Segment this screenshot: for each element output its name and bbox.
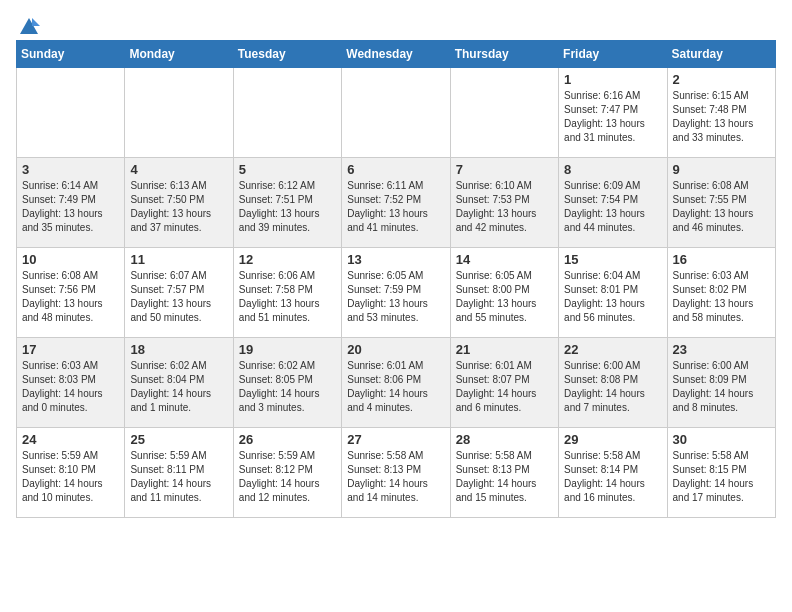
day-info: Sunrise: 6:07 AM Sunset: 7:57 PM Dayligh… bbox=[130, 269, 227, 325]
day-cell: 21Sunrise: 6:01 AM Sunset: 8:07 PM Dayli… bbox=[450, 338, 558, 428]
day-number: 6 bbox=[347, 162, 444, 177]
day-number: 22 bbox=[564, 342, 661, 357]
day-cell: 23Sunrise: 6:00 AM Sunset: 8:09 PM Dayli… bbox=[667, 338, 775, 428]
day-number: 18 bbox=[130, 342, 227, 357]
day-number: 26 bbox=[239, 432, 336, 447]
day-info: Sunrise: 6:15 AM Sunset: 7:48 PM Dayligh… bbox=[673, 89, 770, 145]
day-info: Sunrise: 6:04 AM Sunset: 8:01 PM Dayligh… bbox=[564, 269, 661, 325]
day-cell: 28Sunrise: 5:58 AM Sunset: 8:13 PM Dayli… bbox=[450, 428, 558, 518]
day-number: 17 bbox=[22, 342, 119, 357]
day-cell: 29Sunrise: 5:58 AM Sunset: 8:14 PM Dayli… bbox=[559, 428, 667, 518]
day-number: 14 bbox=[456, 252, 553, 267]
day-cell: 9Sunrise: 6:08 AM Sunset: 7:55 PM Daylig… bbox=[667, 158, 775, 248]
day-number: 11 bbox=[130, 252, 227, 267]
day-number: 7 bbox=[456, 162, 553, 177]
logo-icon bbox=[18, 16, 40, 38]
day-cell: 30Sunrise: 5:58 AM Sunset: 8:15 PM Dayli… bbox=[667, 428, 775, 518]
day-number: 27 bbox=[347, 432, 444, 447]
day-cell: 11Sunrise: 6:07 AM Sunset: 7:57 PM Dayli… bbox=[125, 248, 233, 338]
day-info: Sunrise: 6:01 AM Sunset: 8:07 PM Dayligh… bbox=[456, 359, 553, 415]
day-number: 3 bbox=[22, 162, 119, 177]
day-cell: 1Sunrise: 6:16 AM Sunset: 7:47 PM Daylig… bbox=[559, 68, 667, 158]
day-cell: 8Sunrise: 6:09 AM Sunset: 7:54 PM Daylig… bbox=[559, 158, 667, 248]
day-info: Sunrise: 5:58 AM Sunset: 8:14 PM Dayligh… bbox=[564, 449, 661, 505]
day-cell: 17Sunrise: 6:03 AM Sunset: 8:03 PM Dayli… bbox=[17, 338, 125, 428]
day-number: 23 bbox=[673, 342, 770, 357]
day-info: Sunrise: 6:00 AM Sunset: 8:08 PM Dayligh… bbox=[564, 359, 661, 415]
col-header-monday: Monday bbox=[125, 41, 233, 68]
day-number: 2 bbox=[673, 72, 770, 87]
day-info: Sunrise: 6:03 AM Sunset: 8:03 PM Dayligh… bbox=[22, 359, 119, 415]
day-cell bbox=[125, 68, 233, 158]
day-cell: 15Sunrise: 6:04 AM Sunset: 8:01 PM Dayli… bbox=[559, 248, 667, 338]
day-cell: 27Sunrise: 5:58 AM Sunset: 8:13 PM Dayli… bbox=[342, 428, 450, 518]
day-number: 19 bbox=[239, 342, 336, 357]
col-header-wednesday: Wednesday bbox=[342, 41, 450, 68]
day-info: Sunrise: 6:05 AM Sunset: 7:59 PM Dayligh… bbox=[347, 269, 444, 325]
day-info: Sunrise: 6:06 AM Sunset: 7:58 PM Dayligh… bbox=[239, 269, 336, 325]
day-cell: 18Sunrise: 6:02 AM Sunset: 8:04 PM Dayli… bbox=[125, 338, 233, 428]
day-info: Sunrise: 6:11 AM Sunset: 7:52 PM Dayligh… bbox=[347, 179, 444, 235]
day-number: 24 bbox=[22, 432, 119, 447]
day-cell: 2Sunrise: 6:15 AM Sunset: 7:48 PM Daylig… bbox=[667, 68, 775, 158]
day-info: Sunrise: 5:58 AM Sunset: 8:13 PM Dayligh… bbox=[456, 449, 553, 505]
day-cell: 10Sunrise: 6:08 AM Sunset: 7:56 PM Dayli… bbox=[17, 248, 125, 338]
day-number: 4 bbox=[130, 162, 227, 177]
day-cell: 16Sunrise: 6:03 AM Sunset: 8:02 PM Dayli… bbox=[667, 248, 775, 338]
day-info: Sunrise: 6:10 AM Sunset: 7:53 PM Dayligh… bbox=[456, 179, 553, 235]
day-cell: 5Sunrise: 6:12 AM Sunset: 7:51 PM Daylig… bbox=[233, 158, 341, 248]
day-info: Sunrise: 5:58 AM Sunset: 8:13 PM Dayligh… bbox=[347, 449, 444, 505]
day-number: 16 bbox=[673, 252, 770, 267]
day-cell bbox=[450, 68, 558, 158]
day-info: Sunrise: 6:13 AM Sunset: 7:50 PM Dayligh… bbox=[130, 179, 227, 235]
day-cell bbox=[233, 68, 341, 158]
week-row-1: 1Sunrise: 6:16 AM Sunset: 7:47 PM Daylig… bbox=[17, 68, 776, 158]
day-number: 30 bbox=[673, 432, 770, 447]
day-info: Sunrise: 6:05 AM Sunset: 8:00 PM Dayligh… bbox=[456, 269, 553, 325]
day-cell: 7Sunrise: 6:10 AM Sunset: 7:53 PM Daylig… bbox=[450, 158, 558, 248]
day-info: Sunrise: 6:08 AM Sunset: 7:55 PM Dayligh… bbox=[673, 179, 770, 235]
day-number: 5 bbox=[239, 162, 336, 177]
day-info: Sunrise: 6:00 AM Sunset: 8:09 PM Dayligh… bbox=[673, 359, 770, 415]
day-info: Sunrise: 5:59 AM Sunset: 8:12 PM Dayligh… bbox=[239, 449, 336, 505]
day-number: 9 bbox=[673, 162, 770, 177]
day-number: 10 bbox=[22, 252, 119, 267]
day-cell: 26Sunrise: 5:59 AM Sunset: 8:12 PM Dayli… bbox=[233, 428, 341, 518]
day-number: 28 bbox=[456, 432, 553, 447]
day-info: Sunrise: 6:14 AM Sunset: 7:49 PM Dayligh… bbox=[22, 179, 119, 235]
day-info: Sunrise: 6:02 AM Sunset: 8:04 PM Dayligh… bbox=[130, 359, 227, 415]
day-info: Sunrise: 6:02 AM Sunset: 8:05 PM Dayligh… bbox=[239, 359, 336, 415]
page-header bbox=[16, 16, 776, 32]
day-info: Sunrise: 6:12 AM Sunset: 7:51 PM Dayligh… bbox=[239, 179, 336, 235]
day-number: 13 bbox=[347, 252, 444, 267]
day-number: 29 bbox=[564, 432, 661, 447]
calendar-table: SundayMondayTuesdayWednesdayThursdayFrid… bbox=[16, 40, 776, 518]
day-info: Sunrise: 6:16 AM Sunset: 7:47 PM Dayligh… bbox=[564, 89, 661, 145]
col-header-sunday: Sunday bbox=[17, 41, 125, 68]
week-row-4: 17Sunrise: 6:03 AM Sunset: 8:03 PM Dayli… bbox=[17, 338, 776, 428]
day-number: 15 bbox=[564, 252, 661, 267]
day-info: Sunrise: 6:01 AM Sunset: 8:06 PM Dayligh… bbox=[347, 359, 444, 415]
day-cell: 3Sunrise: 6:14 AM Sunset: 7:49 PM Daylig… bbox=[17, 158, 125, 248]
day-cell: 20Sunrise: 6:01 AM Sunset: 8:06 PM Dayli… bbox=[342, 338, 450, 428]
day-cell bbox=[342, 68, 450, 158]
header-row: SundayMondayTuesdayWednesdayThursdayFrid… bbox=[17, 41, 776, 68]
day-cell: 14Sunrise: 6:05 AM Sunset: 8:00 PM Dayli… bbox=[450, 248, 558, 338]
day-number: 1 bbox=[564, 72, 661, 87]
day-cell: 6Sunrise: 6:11 AM Sunset: 7:52 PM Daylig… bbox=[342, 158, 450, 248]
week-row-3: 10Sunrise: 6:08 AM Sunset: 7:56 PM Dayli… bbox=[17, 248, 776, 338]
day-number: 21 bbox=[456, 342, 553, 357]
day-number: 12 bbox=[239, 252, 336, 267]
day-cell: 4Sunrise: 6:13 AM Sunset: 7:50 PM Daylig… bbox=[125, 158, 233, 248]
day-number: 8 bbox=[564, 162, 661, 177]
day-info: Sunrise: 6:03 AM Sunset: 8:02 PM Dayligh… bbox=[673, 269, 770, 325]
day-cell: 12Sunrise: 6:06 AM Sunset: 7:58 PM Dayli… bbox=[233, 248, 341, 338]
day-info: Sunrise: 6:09 AM Sunset: 7:54 PM Dayligh… bbox=[564, 179, 661, 235]
day-cell: 25Sunrise: 5:59 AM Sunset: 8:11 PM Dayli… bbox=[125, 428, 233, 518]
day-cell bbox=[17, 68, 125, 158]
day-info: Sunrise: 5:58 AM Sunset: 8:15 PM Dayligh… bbox=[673, 449, 770, 505]
col-header-thursday: Thursday bbox=[450, 41, 558, 68]
col-header-saturday: Saturday bbox=[667, 41, 775, 68]
col-header-friday: Friday bbox=[559, 41, 667, 68]
day-cell: 22Sunrise: 6:00 AM Sunset: 8:08 PM Dayli… bbox=[559, 338, 667, 428]
